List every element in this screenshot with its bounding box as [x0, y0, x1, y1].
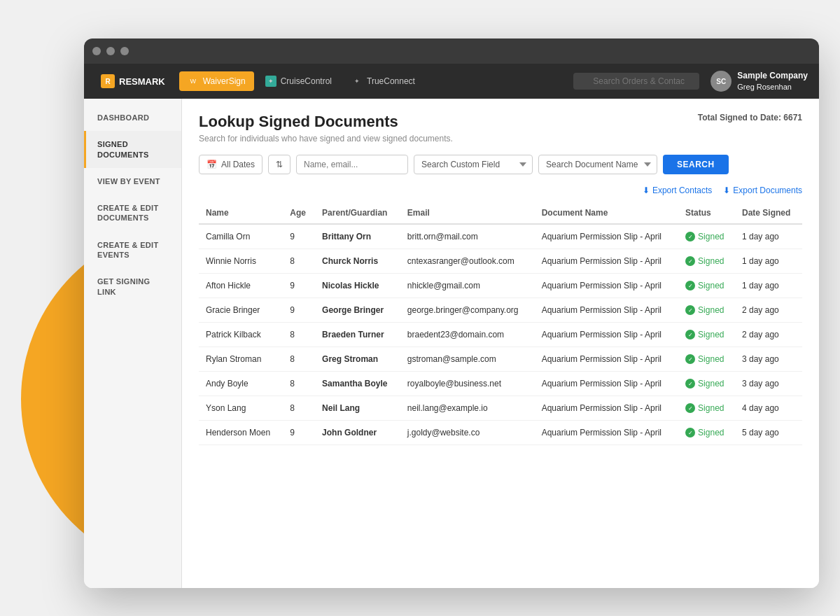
status-label: Signed	[698, 330, 724, 340]
table-row[interactable]: Rylan Stroman 8 Greg Stroman gstroman@sa…	[199, 347, 802, 372]
date-filter[interactable]: 📅 All Dates	[199, 155, 262, 174]
table-row[interactable]: Patrick Kilback 8 Braeden Turner braeden…	[199, 323, 802, 347]
export-row: ⬇ Export Contacts ⬇ Export Documents	[199, 186, 802, 195]
signed-check-icon: ✓	[685, 232, 695, 241]
cell-email-5: gstroman@sample.com	[400, 347, 535, 372]
user-name: Greg Rosenhan	[737, 82, 808, 92]
cell-email-2: nhickle@gmail.com	[400, 274, 535, 298]
cell-status-1: ✓ Signed	[678, 249, 735, 274]
signed-check-icon: ✓	[685, 379, 695, 388]
export-documents-label: Export Documents	[733, 186, 802, 195]
cell-guardian-8: John Goldner	[315, 421, 400, 445]
table-row[interactable]: Henderson Moen 9 John Goldner j.goldy@we…	[199, 421, 802, 445]
table-row[interactable]: Winnie Norris 8 Churck Norris cntexasran…	[199, 249, 802, 274]
col-header-status: Status	[678, 202, 735, 224]
total-signed: Total Signed to Date: 6671	[698, 113, 802, 122]
cell-document-6: Aquarium Permission Slip - April	[535, 372, 678, 396]
custom-field-select[interactable]: Search Custom Field	[414, 155, 533, 174]
status-label: Signed	[698, 281, 724, 290]
trueconnect-icon: ✦	[351, 76, 363, 87]
cell-status-0: ✓ Signed	[678, 224, 735, 249]
brand-label: RESMARK	[119, 76, 165, 87]
sidebar-item-create-edit-documents[interactable]: CREATE & EDIT DOCUMENTS	[84, 195, 181, 232]
table-row[interactable]: Afton Hickle 9 Nicolas Hickle nhickle@gm…	[199, 274, 802, 298]
export-contacts-link[interactable]: ⬇ Export Contacts	[643, 186, 712, 195]
table-header-row: Name Age Parent/Guardian Email Document …	[199, 202, 802, 224]
cell-name-7: Yson Lang	[199, 396, 283, 421]
user-info: Sample Company Greg Rosenhan	[737, 71, 808, 92]
browser-dot-maximize[interactable]	[120, 47, 129, 55]
cell-status-5: ✓ Signed	[678, 347, 735, 372]
global-search-input[interactable]	[573, 73, 699, 90]
sidebar-item-view-by-event[interactable]: VIEW BY EVENT	[84, 168, 181, 195]
cell-guardian-5: Greg Stroman	[315, 347, 400, 372]
cell-document-1: Aquarium Permission Slip - April	[535, 249, 678, 274]
filter-toggle-button[interactable]: ⇅	[268, 155, 290, 174]
download-documents-icon: ⬇	[723, 186, 730, 195]
total-signed-label: Total Signed to Date:	[698, 113, 781, 122]
document-name-select[interactable]: Search Document Name	[538, 155, 657, 174]
table-row[interactable]: Yson Lang 8 Neil Lang neil.lang@example.…	[199, 396, 802, 421]
cell-date-2: 1 day ago	[735, 274, 802, 298]
signed-check-icon: ✓	[685, 256, 695, 266]
search-button[interactable]: SEARCH	[663, 155, 729, 174]
cell-document-2: Aquarium Permission Slip - April	[535, 274, 678, 298]
cruisecontrol-icon: ✦	[265, 76, 276, 87]
cell-email-3: george.bringer@company.org	[400, 298, 535, 323]
table-row[interactable]: Gracie Bringer 9 George Bringer george.b…	[199, 298, 802, 323]
cell-document-3: Aquarium Permission Slip - April	[535, 298, 678, 323]
browser-dot-minimize[interactable]	[106, 47, 115, 55]
cell-status-3: ✓ Signed	[678, 298, 735, 323]
cell-guardian-3: George Bringer	[315, 298, 400, 323]
filters-row: 📅 All Dates ⇅ Search Custom Field Search…	[199, 155, 802, 174]
sidebar-item-signed-documents[interactable]: SIGNED DOCUMENTS	[84, 131, 181, 168]
export-contacts-label: Export Contacts	[652, 186, 712, 195]
waiversign-icon: W	[188, 76, 199, 87]
sidebar-item-create-edit-events[interactable]: CREATE & EDIT EVENTS	[84, 232, 181, 269]
cell-status-7: ✓ Signed	[678, 396, 735, 421]
brand-resmark[interactable]: R RESMARK	[95, 74, 171, 88]
cell-name-5: Rylan Stroman	[199, 347, 283, 372]
nav-tab-waiversign[interactable]: W WaiverSign	[179, 71, 254, 91]
cell-date-1: 1 day ago	[735, 249, 802, 274]
cell-document-4: Aquarium Permission Slip - April	[535, 323, 678, 347]
cell-age-6: 8	[283, 372, 315, 396]
signed-check-icon: ✓	[685, 354, 695, 364]
name-email-input[interactable]	[296, 155, 408, 174]
sidebar-item-get-signing-link[interactable]: GET SIGNING LINK	[84, 268, 181, 305]
cell-status-2: ✓ Signed	[678, 274, 735, 298]
cell-date-7: 4 day ago	[735, 396, 802, 421]
cell-document-8: Aquarium Permission Slip - April	[535, 421, 678, 445]
download-contacts-icon: ⬇	[643, 186, 650, 195]
documents-table: Name Age Parent/Guardian Email Document …	[199, 202, 802, 445]
table-row[interactable]: Andy Boyle 8 Samantha Boyle royalboyle@b…	[199, 372, 802, 396]
resmark-icon: R	[101, 74, 115, 88]
signed-check-icon: ✓	[685, 305, 695, 315]
nav-tab-cruisecontrol[interactable]: ✦ CruiseControl	[257, 71, 340, 91]
table-row[interactable]: Camilla Orn 9 Brittany Orn britt.orn@mai…	[199, 224, 802, 249]
signed-check-icon: ✓	[685, 403, 695, 413]
cell-name-2: Afton Hickle	[199, 274, 283, 298]
col-header-document: Document Name	[535, 202, 678, 224]
export-documents-link[interactable]: ⬇ Export Documents	[723, 186, 802, 195]
browser-dot-close[interactable]	[92, 47, 101, 55]
cell-guardian-1: Churck Norris	[315, 249, 400, 274]
cell-date-4: 2 day ago	[735, 323, 802, 347]
cell-guardian-4: Braeden Turner	[315, 323, 400, 347]
sidebar-item-dashboard[interactable]: DASHBOARD	[84, 104, 181, 131]
cell-name-0: Camilla Orn	[199, 224, 283, 249]
cell-date-5: 3 day ago	[735, 347, 802, 372]
cell-email-8: j.goldy@website.co	[400, 421, 535, 445]
col-header-age: Age	[283, 202, 315, 224]
cell-name-1: Winnie Norris	[199, 249, 283, 274]
scene: R RESMARK W WaiverSign ✦ CruiseControl ✦…	[0, 0, 840, 616]
status-label: Signed	[698, 403, 724, 413]
cell-date-8: 5 day ago	[735, 421, 802, 445]
cell-email-4: braedent23@domain.com	[400, 323, 535, 347]
cell-date-6: 3 day ago	[735, 372, 802, 396]
status-label: Signed	[698, 428, 724, 438]
cell-name-3: Gracie Bringer	[199, 298, 283, 323]
col-header-name: Name	[199, 202, 283, 224]
status-label: Signed	[698, 305, 724, 315]
nav-tab-trueconnect[interactable]: ✦ TrueConnect	[343, 71, 424, 91]
